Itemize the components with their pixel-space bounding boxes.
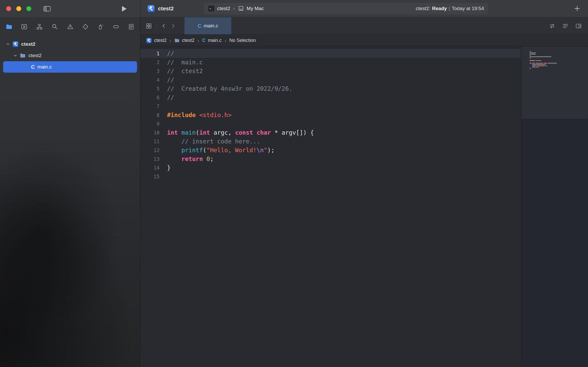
code-token: char [257,129,271,136]
code-line[interactable]: 15 [140,172,521,181]
find-navigator-icon[interactable] [51,23,58,30]
line-number[interactable]: 6 [140,93,160,102]
sidebar-titlebar [0,0,140,17]
report-navigator-icon[interactable] [127,23,135,30]
minimap-bar [545,65,547,66]
code-token: int [167,129,178,136]
code-token [253,129,257,136]
source-control-navigator-icon[interactable] [20,23,28,30]
sidebar-shadow-overlay [0,78,140,367]
code-line[interactable]: 1// [140,49,521,58]
library-add-button[interactable] [574,5,581,12]
code-line[interactable]: 12 printf("Hello, World!\n"); [140,146,521,155]
line-number[interactable]: 11 [140,137,160,146]
line-number[interactable]: 10 [140,128,160,137]
code-token: // [167,77,174,83]
folder-icon [174,38,180,43]
debug-navigator-icon[interactable] [97,23,104,30]
editor-grid-icon[interactable] [146,23,152,29]
test-navigator-icon[interactable] [82,23,89,30]
back-chevron-icon[interactable] [161,23,167,29]
tree-row-file-selected[interactable]: C main.c [3,61,137,73]
close-button[interactable] [6,6,11,11]
minimap-bar [536,63,543,64]
line-number[interactable]: 12 [140,146,160,155]
code-line[interactable]: 14} [140,163,521,172]
minimize-button[interactable] [16,6,21,11]
line-number[interactable]: 5 [140,84,160,93]
code-line[interactable]: 5// Created by 4nsw3r on 2022/9/26. [140,84,521,93]
code-review-icon[interactable] [549,23,555,29]
minimap-bar [544,63,547,64]
project-navigator-icon[interactable] [5,23,13,30]
c-file-icon: C [202,38,206,43]
line-number[interactable]: 8 [140,111,160,119]
minimap[interactable] [521,47,588,367]
chevron-right-icon: › [197,37,199,44]
disclosure-chevron-icon[interactable] [6,42,10,47]
code-token [196,112,199,118]
editor-tabbar: C main.c [140,17,588,35]
line-number[interactable]: 4 [140,75,160,84]
breadcrumb-label: ctest2 [182,38,194,43]
code-line[interactable]: 6// [140,93,521,102]
line-number[interactable]: 7 [140,102,160,111]
minimap-bar [530,54,536,55]
code-token: // [167,94,174,101]
scheme-destination[interactable]: My Mac [247,6,264,11]
breadcrumb-project[interactable]: ctest2 [146,38,167,43]
code-token: int [199,129,210,136]
symbol-navigator-icon[interactable] [36,23,43,30]
code-token: * argv[]) { [271,129,314,136]
code-text: return 0; [160,155,214,163]
code-line[interactable]: 4// [140,75,521,84]
code-line[interactable]: 13 return 0; [140,155,521,163]
code-line[interactable]: 9 [140,119,521,128]
code-text: // Created by 4nsw3r on 2022/9/26. [160,84,292,93]
code-line[interactable]: 7 [140,102,521,111]
minimap-bar [548,63,557,64]
sidebar-divider[interactable] [140,0,140,367]
line-number[interactable]: 15 [140,172,160,181]
line-number[interactable]: 13 [140,155,160,163]
forward-chevron-icon[interactable] [170,23,176,29]
breakpoint-navigator-icon[interactable] [112,23,120,30]
source-editor[interactable]: 1//2// main.c3// ctest24//5// Created by… [140,47,521,367]
scheme-target[interactable]: ctest2 [217,6,230,11]
tab-main-c[interactable]: C main.c [184,17,232,34]
tree-label: main.c [37,64,52,70]
code-line[interactable]: 2// main.c [140,58,521,67]
minimap-bar [536,67,538,67]
code-line[interactable]: 10int main(int argc, const char * argv[]… [140,128,521,137]
add-editor-icon[interactable] [575,23,582,29]
minimap-bar [536,60,541,61]
adjust-editor-icon[interactable] [562,23,569,29]
minimap-bar [530,63,532,64]
code-token: printf [181,147,203,154]
line-number[interactable]: 3 [140,67,160,75]
tree-row-project[interactable]: ctest2 [3,39,137,50]
minimap-row [530,68,588,69]
line-number[interactable]: 1 [140,49,160,58]
code-line[interactable]: 11 // insert code here... [140,137,521,146]
code-token: "Hello, World! [206,147,257,154]
line-number[interactable]: 2 [140,58,160,67]
c-file-icon: C [198,23,201,29]
issue-navigator-icon[interactable] [66,23,74,30]
disclosure-chevron-icon[interactable] [13,53,18,58]
line-number[interactable]: 14 [140,163,160,172]
code-line[interactable]: 3// ctest2 [140,67,521,75]
breadcrumb-group[interactable]: ctest2 [174,38,194,43]
breadcrumb-file[interactable]: C main.c [202,38,222,43]
zoom-button[interactable] [26,6,31,11]
editor-area: 1//2// main.c3// ctest24//5// Created by… [140,47,588,367]
minimap-bar [530,58,531,58]
line-number[interactable]: 9 [140,119,160,128]
tree-label: ctest2 [21,41,35,47]
run-button[interactable] [121,5,127,12]
tree-row-group[interactable]: ctest2 [3,50,137,61]
sidebar-toggle-icon[interactable] [43,5,51,12]
code-line[interactable]: 8#include <stdio.h> [140,111,521,119]
minimap-row [530,56,588,57]
breadcrumb-selection[interactable]: No Selection [229,38,256,43]
